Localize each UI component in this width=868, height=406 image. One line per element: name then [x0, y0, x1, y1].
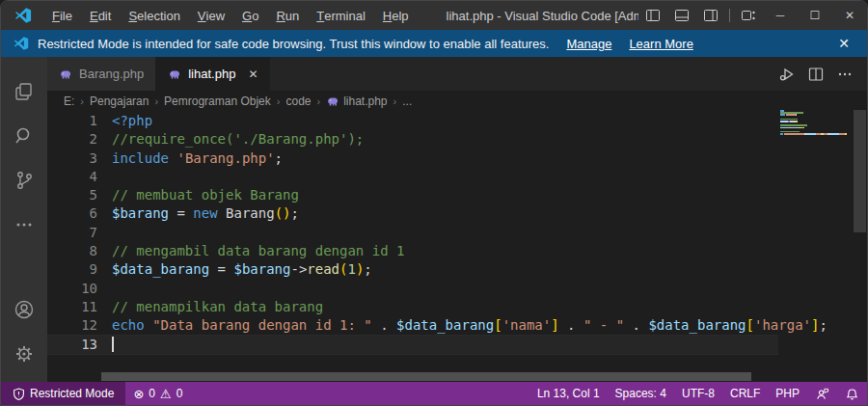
menu-item-selection[interactable]: Selection — [120, 1, 188, 30]
code-line[interactable]: 5// membuat objek Barang — [47, 186, 778, 204]
run-or-debug-icon[interactable] — [774, 62, 800, 87]
settings-gear-icon[interactable] — [1, 332, 47, 376]
line-number: 12 — [47, 316, 97, 335]
minimap-line — [780, 135, 854, 137]
code-line-text: // mengambil data barang dengan id 1 — [97, 242, 404, 260]
split-editor-icon[interactable] — [803, 62, 828, 87]
editor-actions — [774, 57, 867, 91]
more-actions-icon[interactable] — [832, 62, 857, 87]
code-token: ; — [819, 317, 827, 333]
vscode-logo-icon — [14, 7, 32, 24]
minimize-button[interactable]: ─ — [763, 1, 798, 30]
manage-link[interactable]: Manage — [566, 37, 611, 51]
breadcrumb-item[interactable]: lihat.php — [326, 95, 387, 108]
menu-item-terminal[interactable]: Terminal — [308, 1, 374, 30]
menu-item-view[interactable]: View — [189, 1, 233, 30]
code-line[interactable]: 7 — [47, 224, 778, 242]
eol-status[interactable]: CRLF — [722, 382, 768, 405]
restricted-mode-label: Restricted Mode — [30, 387, 114, 400]
tab-barang.php[interactable]: Barang.php — [47, 57, 156, 91]
account-icon[interactable] — [1, 287, 47, 332]
code-line[interactable]: 9$data_barang = $barang->read(1); — [47, 260, 778, 279]
title-bar: FileEditSelectionViewGoRunTerminalHelp l… — [1, 1, 867, 30]
breadcrumb-separator: › — [151, 95, 161, 107]
minimap[interactable] — [780, 110, 854, 137]
activity-bar — [1, 57, 47, 382]
code-token: new — [193, 205, 217, 221]
code-line-text — [97, 168, 112, 186]
menu-item-help[interactable]: Help — [374, 1, 418, 30]
line-number: 9 — [47, 260, 97, 279]
code-token: ; — [364, 261, 371, 277]
learn-more-link[interactable]: Learn More — [629, 37, 692, 51]
code-line[interactable]: 3include 'Barang.php'; — [47, 149, 778, 168]
code-line[interactable]: 1<?php — [47, 112, 778, 130]
more-views-icon[interactable] — [1, 203, 47, 247]
breadcrumb-item[interactable]: Pengajaran — [90, 95, 149, 108]
code-line[interactable]: 12echo "Data barang dengan id 1: " . $da… — [47, 316, 778, 335]
breadcrumb-item[interactable]: ... — [402, 95, 412, 108]
tab-label: Barang.php — [79, 67, 144, 81]
menu-item-go[interactable]: Go — [233, 1, 267, 30]
search-icon[interactable] — [1, 114, 47, 158]
notifications-bell-icon[interactable] — [837, 382, 867, 405]
vertical-scrollbar[interactable] — [854, 110, 866, 232]
tab-label: lihat.php — [188, 67, 235, 81]
customize-layout-icon[interactable] — [734, 1, 763, 30]
breadcrumb-separator: › — [77, 95, 87, 107]
code-token: read — [307, 261, 339, 277]
code-token: . — [624, 317, 648, 333]
close-tab-icon[interactable]: ✕ — [248, 68, 258, 81]
code-token: [ — [494, 317, 502, 333]
line-number: 6 — [47, 204, 97, 223]
line-number: 2 — [47, 130, 97, 149]
code-token: include — [112, 150, 169, 166]
restricted-mode-status[interactable]: Restricted Mode — [1, 382, 125, 405]
tab-lihat.php[interactable]: lihat.php✕ — [156, 57, 270, 91]
code-token: . — [559, 317, 583, 333]
maximize-button[interactable]: ☐ — [798, 1, 832, 30]
toggle-secondary-sidebar-icon[interactable] — [696, 1, 725, 30]
code-token: . — [372, 317, 396, 333]
code-token: $data_barang — [112, 261, 209, 277]
line-number: 13 — [47, 336, 97, 354]
code-line[interactable]: 6$barang = new Barang(); — [47, 204, 778, 223]
code-line-text: $data_barang = $barang->read(1); — [97, 260, 372, 279]
breadcrumb-item[interactable]: E: — [64, 95, 74, 108]
code-token: () — [275, 205, 291, 221]
toggle-sidebar-icon[interactable] — [638, 1, 667, 30]
breadcrumb-separator: › — [274, 95, 284, 107]
code-line[interactable]: 8// mengambil data barang dengan id 1 — [47, 242, 778, 260]
menu-item-edit[interactable]: Edit — [81, 1, 120, 30]
source-control-icon[interactable] — [1, 158, 47, 203]
menu-bar: FileEditSelectionViewGoRunTerminalHelp — [43, 1, 418, 30]
breadcrumb-item[interactable]: Pemrograman Objek — [164, 95, 271, 108]
code-token: $barang — [233, 261, 290, 277]
explorer-icon[interactable] — [1, 69, 47, 114]
line-number: 3 — [47, 149, 97, 168]
code-editor[interactable]: 1<?php2//require_once('./Barang.php');3i… — [47, 112, 778, 354]
horizontal-scrollbar[interactable] — [101, 372, 751, 381]
indentation-status[interactable]: Spaces: 4 — [608, 382, 674, 405]
code-line[interactable]: 2//require_once('./Barang.php'); — [47, 130, 778, 149]
menu-item-run[interactable]: Run — [267, 1, 308, 30]
feedback-icon[interactable] — [807, 382, 837, 405]
banner-close-icon[interactable]: ✕ — [830, 36, 857, 51]
code-line[interactable]: 4 — [47, 168, 778, 186]
code-line[interactable]: 13 — [47, 336, 778, 354]
editor-area: Barang.phplihat.php✕ E:›Pengajaran›Pemro… — [47, 57, 867, 382]
toggle-panel-icon[interactable] — [667, 1, 696, 30]
code-token: 'nama' — [502, 317, 552, 333]
code-line[interactable]: 10 — [47, 280, 778, 298]
close-window-button[interactable]: ✕ — [832, 1, 867, 30]
problems-status[interactable]: ⊗ 0 ⚠ 0 — [125, 382, 190, 405]
encoding-status[interactable]: UTF-8 — [674, 382, 722, 405]
language-mode-status[interactable]: PHP — [768, 382, 807, 405]
cursor-position-status[interactable]: Ln 13, Col 1 — [529, 382, 608, 405]
code-line[interactable]: 11// menampilkan data barang — [47, 298, 778, 316]
code-token: = — [169, 205, 193, 221]
warning-count: 0 — [176, 387, 183, 400]
code-token: $data_barang — [648, 317, 746, 333]
menu-item-file[interactable]: File — [43, 1, 81, 30]
breadcrumb-item[interactable]: code — [285, 95, 311, 108]
